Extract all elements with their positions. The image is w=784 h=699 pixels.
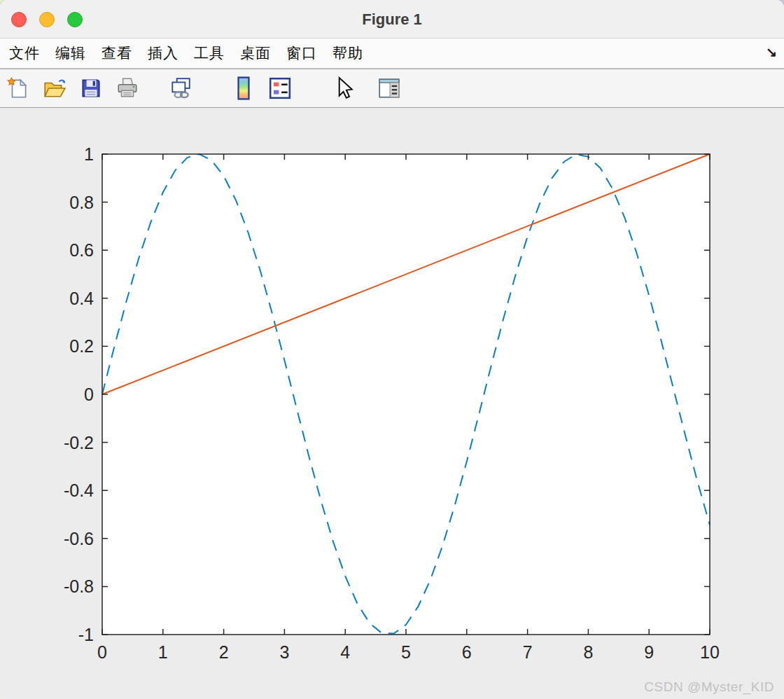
property-inspector-button[interactable] xyxy=(377,75,402,102)
menu-insert[interactable]: 插入 xyxy=(148,43,178,63)
plot-canvas: 012345678910-1-0.8-0.6-0.4-0.200.20.40.6… xyxy=(0,109,784,699)
figure-window: Figure 1 文件 编辑 查看 插入 工具 桌面 窗口 帮助 ↘ xyxy=(0,0,784,699)
menu-file[interactable]: 文件 xyxy=(9,43,40,63)
menu-help[interactable]: 帮助 xyxy=(332,43,363,63)
menu-view[interactable]: 查看 xyxy=(102,43,132,63)
print-figure-button[interactable] xyxy=(115,75,140,102)
x-tick-label: 0 xyxy=(97,642,107,662)
x-tick-label: 6 xyxy=(462,642,472,662)
title-bar: Figure 1 xyxy=(0,0,784,39)
window-controls xyxy=(11,12,83,27)
open-file-button[interactable] xyxy=(42,75,67,102)
save-floppy-icon xyxy=(79,76,103,100)
y-tick-label: -1 xyxy=(78,625,94,644)
cursor-arrow-icon xyxy=(331,76,355,100)
dock-figure-arrow-icon[interactable]: ↘ xyxy=(766,44,777,60)
x-tick-label: 10 xyxy=(700,642,720,662)
property-inspector-icon xyxy=(377,76,401,100)
legend-icon xyxy=(268,76,292,100)
watermark: CSDN @Myster_KID xyxy=(644,679,774,695)
x-tick-label: 5 xyxy=(401,642,411,662)
y-tick-label: -0.6 xyxy=(64,529,94,548)
y-tick-label: 0.2 xyxy=(69,336,94,356)
x-tick-label: 4 xyxy=(340,642,350,662)
minimize-button[interactable] xyxy=(39,12,55,27)
menu-tools[interactable]: 工具 xyxy=(194,43,225,63)
y-tick-label: 0.4 xyxy=(69,289,94,308)
y-tick-label: -0.8 xyxy=(64,576,94,596)
menu-edit[interactable]: 编辑 xyxy=(55,43,86,63)
insert-colorbar-button[interactable] xyxy=(231,75,256,102)
y-tick-label: -0.2 xyxy=(64,433,94,452)
edit-plot-button[interactable] xyxy=(330,75,356,102)
x-tick-label: 7 xyxy=(523,642,533,662)
open-folder-icon xyxy=(43,76,66,100)
close-button[interactable] xyxy=(11,12,27,27)
x-tick-label: 1 xyxy=(158,642,168,662)
link-plot-icon xyxy=(169,76,192,100)
x-tick-label: 8 xyxy=(583,642,593,662)
menu-bar: 文件 编辑 查看 插入 工具 桌面 窗口 帮助 ↘ xyxy=(0,39,784,69)
x-tick-label: 3 xyxy=(279,642,289,662)
colorbar-icon xyxy=(232,76,255,100)
y-tick-label: 0 xyxy=(84,385,94,404)
new-document-icon xyxy=(6,76,30,100)
x-tick-label: 2 xyxy=(219,642,229,662)
window-title: Figure 1 xyxy=(0,0,784,39)
y-tick-label: 1 xyxy=(84,144,94,164)
figure-canvas: 012345678910-1-0.8-0.6-0.4-0.200.20.40.6… xyxy=(0,109,784,699)
link-plot-button[interactable] xyxy=(168,75,193,102)
menu-desktop[interactable]: 桌面 xyxy=(240,43,271,63)
plot-background xyxy=(102,154,710,635)
menu-window[interactable]: 窗口 xyxy=(286,43,317,63)
y-tick-label: 0.8 xyxy=(69,193,94,212)
y-tick-label: 0.6 xyxy=(69,240,94,260)
save-figure-button[interactable] xyxy=(78,75,104,102)
insert-legend-button[interactable] xyxy=(267,75,293,102)
x-tick-label: 9 xyxy=(644,642,654,662)
y-tick-label: -0.4 xyxy=(64,480,94,500)
figure-toolbar xyxy=(0,69,784,108)
zoom-button[interactable] xyxy=(67,12,83,27)
printer-icon xyxy=(115,76,139,100)
new-figure-button[interactable] xyxy=(6,75,31,102)
